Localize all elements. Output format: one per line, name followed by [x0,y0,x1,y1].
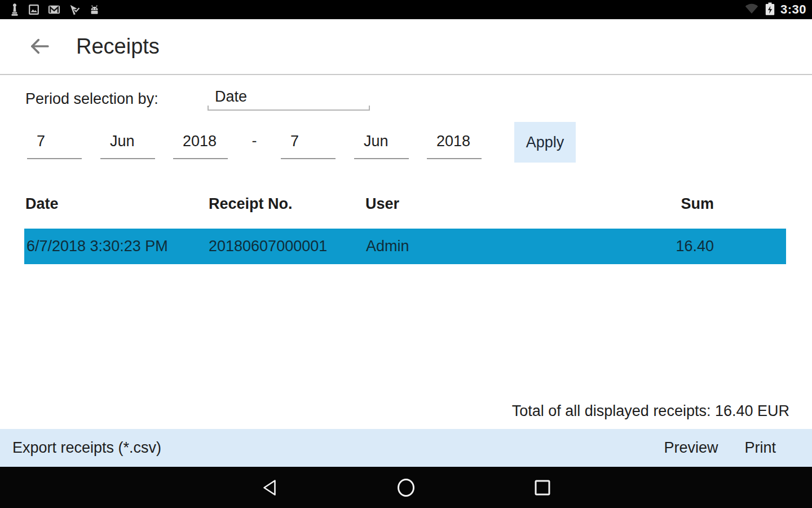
column-header-receipt: Receipt No. [209,195,293,213]
notification-icons [9,3,101,16]
total-receipts-text: Total of all displayed receipts: 16.40 E… [512,402,789,420]
column-header-date: Date [25,195,59,213]
receipt-date-cell: 6/7/2018 3:30:23 PM [27,229,168,264]
nav-home-icon [396,491,416,499]
date-range-dash: - [250,132,259,150]
from-year-field[interactable] [173,128,228,159]
receipt-number-cell: 20180607000001 [209,229,327,264]
table-header: Date Receipt No. User Sum [0,195,812,214]
android-icon [88,3,101,16]
nav-back-button[interactable] [262,479,277,496]
app-screen: 3:30 Receipts Period selection by: Date … [0,0,812,508]
system-status-icons: 3:30 [744,2,806,18]
footer-action-bar: Export receipts (*.csv) Preview Print [0,429,812,467]
nav-home-button[interactable] [396,478,416,497]
receipt-row[interactable]: 6/7/2018 3:30:23 PM 20180607000001 Admin… [24,229,786,264]
receipt-sum-cell: 16.40 [616,229,714,264]
preview-button[interactable]: Preview [664,439,718,457]
apply-button[interactable]: Apply [514,122,576,163]
nav-recents-button[interactable] [535,479,551,496]
nav-back-icon [262,489,277,498]
to-year-field[interactable] [427,128,482,159]
app-header: Receipts [0,19,812,75]
column-header-user: User [365,195,399,213]
period-selection-label: Period selection by: [25,90,158,108]
play-flag-icon [68,3,81,16]
column-header-sum: Sum [620,195,714,213]
wifi-icon [744,2,760,17]
print-button[interactable]: Print [744,439,776,457]
back-arrow-icon [28,51,51,60]
to-day-field[interactable] [281,128,336,159]
from-day-field[interactable] [27,128,82,159]
from-month-field[interactable] [100,128,155,159]
page-title: Receipts [76,34,160,59]
pawn-badge-icon [9,3,20,16]
screenshot-icon [28,3,40,16]
period-mode-dropdown[interactable]: Date [208,88,370,111]
clock-time: 3:30 [780,2,806,17]
battery-charging-icon [765,2,775,18]
gmail-icon [47,3,61,16]
receipt-user-cell: Admin [366,229,409,264]
to-month-field[interactable] [354,128,409,159]
nav-recents-icon [535,489,551,497]
export-csv-button[interactable]: Export receipts (*.csv) [12,439,161,457]
status-bar: 3:30 [0,0,812,19]
android-nav-bar [0,467,812,508]
back-button[interactable] [27,34,52,59]
